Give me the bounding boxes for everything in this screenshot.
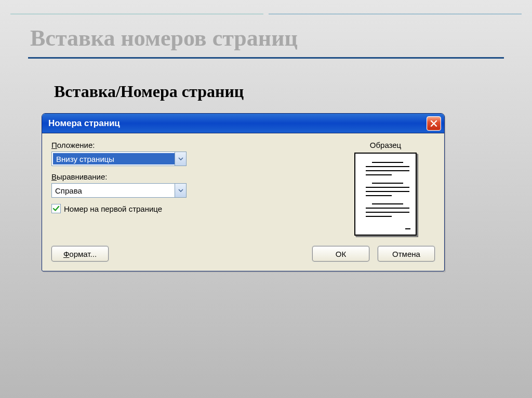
close-icon — [430, 119, 438, 128]
title-underline — [28, 57, 504, 59]
position-combo-value: Внизу страницы — [53, 153, 175, 164]
check-icon — [52, 205, 60, 212]
page-numbers-dialog: Номера страниц Положение: Внизу страницы… — [42, 113, 445, 271]
dialog-titlebar[interactable]: Номера страниц — [42, 114, 444, 133]
position-label: Положение: — [51, 141, 315, 149]
dialog-title: Номера страниц — [48, 118, 427, 129]
close-button[interactable] — [427, 116, 441, 131]
position-combo[interactable]: Внизу страницы — [51, 152, 187, 166]
slide-top-decoration — [10, 0, 522, 15]
slide-subhead: Вставка/Номера страниц — [54, 82, 244, 101]
alignment-combo[interactable]: Справа — [51, 183, 187, 198]
chevron-down-icon[interactable] — [175, 152, 186, 166]
cancel-button[interactable]: Отмена — [378, 246, 435, 262]
first-page-checkbox-label: Номер на первой странице — [64, 204, 162, 213]
alignment-label: Выравнивание: — [51, 172, 315, 181]
ok-button[interactable]: ОК — [312, 246, 369, 262]
sample-label: Образец — [336, 141, 435, 149]
alignment-combo-value: Справа — [52, 184, 175, 197]
chevron-down-icon[interactable] — [175, 184, 186, 197]
first-page-checkbox[interactable] — [51, 204, 61, 213]
slide-title: Вставка номеров страниц — [30, 25, 298, 51]
sample-preview — [354, 153, 417, 236]
format-button[interactable]: Формат... — [51, 246, 109, 262]
